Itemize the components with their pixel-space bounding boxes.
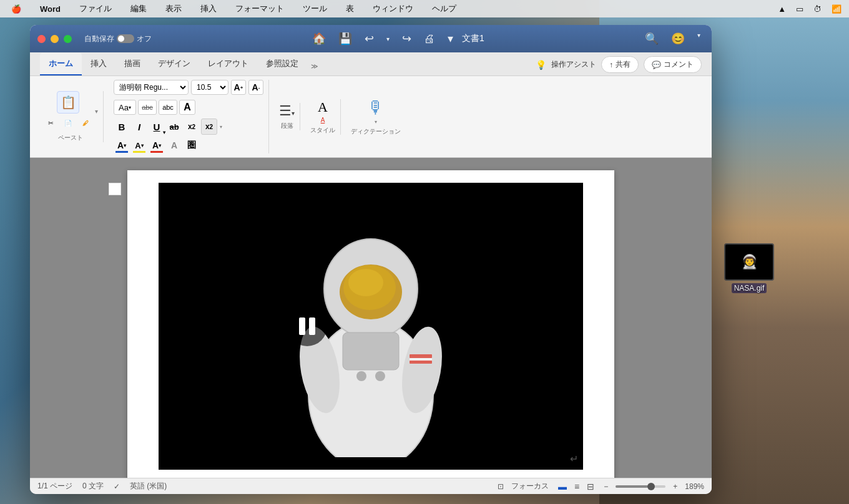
zoom-slider-fill (616, 485, 648, 488)
font-extra-row: Aa▾ abc abc A (114, 100, 195, 115)
more-tabs-icon[interactable]: ≫ (307, 57, 322, 75)
app-name[interactable]: Word (36, 3, 64, 15)
menu-help[interactable]: ヘルプ (428, 2, 460, 16)
comment-button[interactable]: 💬 コメント (644, 56, 702, 73)
dictation-button[interactable]: 🎙 ▾ (367, 97, 385, 125)
strikethrough-button[interactable]: ab (166, 119, 182, 135)
more-icon-btn[interactable]: ▾ (444, 31, 457, 47)
operation-assist[interactable]: 操作アシスト (551, 59, 596, 70)
menu-table[interactable]: 表 (342, 2, 358, 16)
maximize-button[interactable] (64, 35, 72, 43)
battery-icon: ▲ (778, 4, 786, 14)
copy-icon: 📄 (60, 115, 76, 131)
aa-button[interactable]: Aa▾ (114, 100, 136, 115)
format-painter-icon: 🖌 (77, 115, 94, 131)
search-icon-btn[interactable]: 🔍 (641, 31, 662, 47)
dictation-label: ディクテーション (351, 127, 401, 136)
view-page-icon[interactable]: ▬ (556, 481, 569, 492)
tab-design[interactable]: デザイン (149, 53, 199, 75)
lightbulb-icon: 💡 (536, 60, 546, 70)
document-area[interactable]: ↵ (30, 158, 712, 478)
para-label: 段落 (281, 122, 293, 130)
phonetic-button[interactable]: 圏 (184, 137, 200, 153)
clear-format-button[interactable]: abc (159, 100, 177, 115)
bold-button[interactable]: B (114, 119, 130, 135)
menu-insert[interactable]: 挿入 (197, 2, 220, 16)
tab-draw[interactable]: 描画 (115, 53, 149, 75)
share-icon: ↑ (609, 61, 613, 69)
mac-menubar: 🍎 Word ファイル 編集 表示 挿入 フォーマット ツール 表 ウィンドウ … (0, 0, 849, 17)
print-icon-btn[interactable]: 🖨 (420, 31, 439, 47)
menu-view[interactable]: 表示 (162, 2, 185, 16)
focus-label[interactable]: フォーカス (511, 481, 549, 492)
font-color-button[interactable]: A ▾ (114, 137, 130, 153)
font-shrink-button[interactable]: A- (248, 80, 263, 95)
screen-icon: ▭ (796, 4, 803, 14)
subscript-button[interactable]: x2 (184, 119, 200, 135)
superscript-button[interactable]: x2 (201, 119, 217, 135)
menu-window[interactable]: ウィンドウ (369, 2, 417, 16)
wifi-icon: 📶 (832, 4, 842, 14)
zoom-level[interactable]: 189% (685, 482, 704, 491)
page-margin-indicator (109, 183, 121, 195)
large-a-button[interactable]: A (179, 100, 195, 115)
style-button[interactable]: A A (318, 99, 328, 124)
redo-icon-btn[interactable]: ↪ (398, 31, 415, 47)
menu-file[interactable]: ファイル (76, 2, 115, 16)
share-button[interactable]: ↑ 共有 (601, 56, 639, 73)
view-list-icon[interactable]: ≡ (572, 481, 581, 492)
svg-rect-10 (343, 332, 399, 370)
microphone-icon: 🎙 (367, 97, 385, 118)
menu-edit[interactable]: 編集 (127, 2, 150, 16)
char-shading-button[interactable]: A (166, 137, 182, 153)
highlight-abc-button[interactable]: abc (138, 100, 157, 115)
style-label: スタイル (310, 126, 335, 135)
zoom-slider[interactable] (616, 485, 665, 488)
font-size-select[interactable]: 10.5 (191, 80, 228, 95)
ribbon-toolbar: 📋 ✂ 📄 🖌 ▾ ペースト 游明朝 Regu... 1 (30, 76, 712, 158)
nasa-gif-thumbnail: 👨‍🚀 (724, 243, 774, 281)
paste-button[interactable]: 📋 (57, 91, 79, 114)
zoom-slider-thumb[interactable] (647, 483, 655, 490)
menu-tools[interactable]: ツール (299, 2, 331, 16)
font-name-select[interactable]: 游明朝 Regu... (114, 80, 189, 95)
text-color-button[interactable]: A ▾ (149, 137, 165, 153)
minimize-button[interactable] (51, 35, 59, 43)
highlight-color-button[interactable]: A ▾ (131, 137, 147, 153)
zoom-plus-button[interactable]: + (673, 482, 677, 491)
profile-dropdown[interactable]: ▾ (694, 31, 704, 47)
para-button[interactable]: ☰▾ (279, 103, 295, 119)
home-icon-btn[interactable]: 🏠 (308, 31, 330, 47)
svg-point-12 (375, 371, 385, 381)
underline-button[interactable]: U ▾ (149, 119, 165, 135)
undo-icon-btn[interactable]: ↩ (361, 31, 378, 47)
svg-point-4 (348, 269, 383, 296)
close-button[interactable] (37, 35, 46, 43)
tab-insert[interactable]: 挿入 (82, 53, 115, 75)
astronaut-image[interactable]: ↵ (159, 183, 583, 470)
zoom-minus-button[interactable]: − (604, 482, 608, 491)
apple-menu[interactable]: 🍎 (7, 3, 25, 15)
status-bar: 1/1 ページ 0 文字 ✓ 英語 (米国) ⊡ フォーカス ▬ ≡ ⊟ − +… (30, 478, 712, 494)
autosave-label: 自動保存 オフ (84, 34, 152, 44)
view-icons: ▬ ≡ ⊟ (556, 481, 596, 492)
menu-format[interactable]: フォーマット (232, 2, 288, 16)
focus-icon[interactable]: ⊡ (498, 482, 504, 491)
tab-layout[interactable]: レイアウト (199, 53, 257, 75)
autosave-toggle[interactable] (117, 34, 134, 43)
tab-home[interactable]: ホーム (40, 53, 82, 75)
traffic-lights (37, 35, 72, 43)
pause-button[interactable] (287, 306, 327, 346)
svg-rect-7 (410, 354, 432, 358)
save-icon-btn[interactable]: 💾 (335, 31, 356, 47)
paste-options-icon: ✂ (42, 115, 59, 131)
font-grow-button[interactable]: A+ (231, 80, 246, 95)
desktop-file-nasa[interactable]: 👨‍🚀 NASA.gif (724, 243, 774, 293)
italic-button[interactable]: I (131, 119, 147, 135)
view-grid-icon[interactable]: ⊟ (585, 481, 596, 492)
paste-dropdown[interactable]: ▾ (95, 108, 98, 115)
undo-dropdown[interactable]: ▾ (383, 34, 393, 44)
tab-references[interactable]: 参照設定 (257, 53, 307, 75)
color-row: A ▾ A ▾ A ▾ A 圏 (114, 137, 200, 153)
profile-icon-btn[interactable]: 😊 (667, 31, 689, 47)
